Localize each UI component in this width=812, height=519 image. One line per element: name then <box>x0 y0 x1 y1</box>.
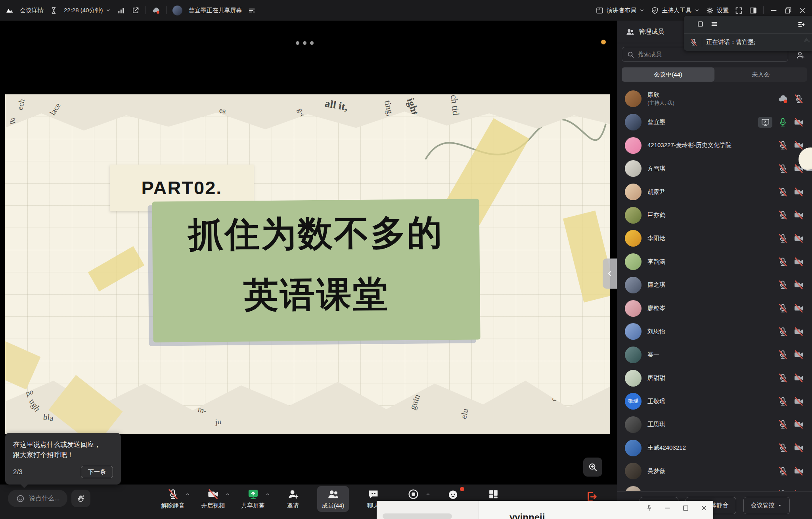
cloud-record-status[interactable] <box>152 6 160 15</box>
background-window-win-min2-button[interactable] <box>664 504 671 512</box>
member-row[interactable]: 胡露尹 <box>617 180 812 204</box>
member-row[interactable]: 吴梦薇 <box>617 460 812 483</box>
meeting-timer[interactable]: 22:28 (40分钟) <box>64 7 111 14</box>
chevron-up-icon[interactable] <box>185 492 190 497</box>
share-list[interactable] <box>248 6 256 15</box>
cam-off-icon[interactable] <box>793 257 804 267</box>
tooltip-next-button[interactable]: 下一条 <box>81 466 113 478</box>
cam-off-icon[interactable] <box>793 396 804 407</box>
cam-off-icon[interactable] <box>793 233 804 244</box>
mic-off-icon[interactable] <box>778 210 788 220</box>
window-restore[interactable] <box>784 6 792 15</box>
sharing-status[interactable]: 曹宜墨正在共享屏幕 <box>188 7 242 14</box>
newspaper-fragment: elu <box>459 408 471 419</box>
chevron-up-icon[interactable] <box>225 492 230 497</box>
network-signal[interactable] <box>117 6 125 15</box>
member-row[interactable]: 刘思怡 <box>617 320 812 343</box>
cam-off-icon[interactable] <box>793 140 804 151</box>
member-tab-0[interactable]: 会议中(44) <box>622 67 714 82</box>
member-row[interactable] <box>617 483 812 492</box>
member-row[interactable]: 唐甜甜 <box>617 366 812 390</box>
member-row[interactable]: 王思琪 <box>617 413 812 437</box>
mic-off-icon[interactable] <box>778 419 788 430</box>
share-screen-button[interactable]: 共享屏幕 <box>237 486 269 512</box>
cam-off-icon[interactable] <box>793 419 804 430</box>
cam-off-icon[interactable] <box>793 466 804 477</box>
cam-off-icon[interactable] <box>793 187 804 197</box>
fullscreen-toggle[interactable] <box>735 6 743 15</box>
cam-off-icon[interactable] <box>793 280 804 290</box>
mic-off-icon[interactable] <box>778 349 788 360</box>
cam-off-icon[interactable] <box>793 326 804 337</box>
member-row[interactable]: 廖粒岑 <box>617 297 812 320</box>
cam-off-icon[interactable] <box>793 349 804 360</box>
mic-off-icon[interactable] <box>778 466 788 477</box>
member-row[interactable]: 敬瑶 王敬瑶 <box>617 390 812 413</box>
widget-collapse-button[interactable] <box>797 20 806 29</box>
member-row[interactable]: 廉之琪 <box>617 274 812 297</box>
panel-footer-label: 会议管控 <box>751 502 775 509</box>
member-row[interactable]: 巨亦鹤 <box>617 203 812 227</box>
sharer-avatar[interactable] <box>172 6 182 15</box>
chevron-up-icon[interactable] <box>265 492 270 497</box>
zoom-in-button[interactable] <box>583 458 602 477</box>
member-row[interactable]: 王威42403212 <box>617 436 812 460</box>
mic-off-icon[interactable] <box>778 442 788 453</box>
sharing-chip[interactable] <box>758 117 772 128</box>
member-row[interactable]: 曹宜墨 <box>617 111 812 134</box>
cam-off-icon[interactable] <box>793 303 804 314</box>
collapse-panel-tab[interactable] <box>603 259 617 289</box>
mic-off-icon[interactable] <box>778 257 788 267</box>
widget-square-button[interactable] <box>697 20 704 29</box>
mic-off-icon[interactable] <box>778 163 788 174</box>
host-tools[interactable]: 主持人工具 <box>651 6 700 15</box>
mic-off-icon[interactable] <box>778 303 788 314</box>
mic-off-icon[interactable] <box>778 396 788 407</box>
cam-off-icon[interactable] <box>793 210 804 220</box>
background-window-pin-button[interactable] <box>645 504 653 512</box>
mic-off-icon[interactable] <box>778 140 788 151</box>
member-row[interactable]: 幂一 <box>617 343 812 367</box>
timer-icon[interactable] <box>50 6 58 15</box>
window-minimize[interactable] <box>770 6 778 15</box>
background-window-win-close2-button[interactable] <box>700 504 708 512</box>
window-close[interactable] <box>798 6 806 15</box>
sidebar-toggle[interactable] <box>749 6 757 15</box>
chevron-up-icon[interactable] <box>425 492 431 497</box>
widget-hamburger-button[interactable] <box>710 20 718 29</box>
settings[interactable]: 设置 <box>706 6 729 15</box>
background-window-win-max-button[interactable] <box>682 504 689 512</box>
member-row[interactable]: 李阳焓 <box>617 227 812 250</box>
quick-chat-input[interactable]: 说点什么... <box>8 490 67 507</box>
mic-off-icon[interactable] <box>793 94 804 104</box>
app-logo[interactable] <box>6 6 14 15</box>
member-tab-1[interactable]: 未入会 <box>714 67 807 82</box>
mic-off-icon[interactable] <box>778 233 788 244</box>
mic-on-icon[interactable] <box>778 117 788 128</box>
layout-selector[interactable]: 演讲者布局 <box>596 6 645 15</box>
member-row[interactable]: 李韵涵 <box>617 250 812 274</box>
mic-off-icon[interactable] <box>778 326 788 337</box>
cloud-dot-sm-icon[interactable] <box>778 94 788 104</box>
more-options-dots[interactable] <box>296 41 314 45</box>
panel-footer-button-2[interactable]: 会议管控 <box>743 497 790 514</box>
meeting-details[interactable]: 会议详情 <box>20 7 44 14</box>
mic-off-icon[interactable] <box>778 373 788 383</box>
mic-off-icon[interactable] <box>778 280 788 290</box>
background-app-window[interactable]: yyinneii <box>377 501 713 519</box>
members-button[interactable]: 成员(44) <box>317 486 349 512</box>
hourglass-icon <box>50 6 58 15</box>
cam-off-icon[interactable] <box>793 117 804 128</box>
member-row[interactable]: 方雪琪 <box>617 157 812 180</box>
start-video-button[interactable]: 开启视频 <box>197 486 229 512</box>
member-list: 康欣 (主持人, 我) 曹宜墨 42103227-麦玲彬-历史文化学院 方雪琪 … <box>617 87 812 492</box>
invite-button[interactable]: 邀请 <box>277 486 309 512</box>
mic-off-icon[interactable] <box>778 187 788 197</box>
open-external[interactable] <box>131 6 140 15</box>
cam-off-icon[interactable] <box>793 442 804 453</box>
raise-hand-button[interactable] <box>71 490 90 507</box>
cam-off-icon[interactable] <box>793 373 804 383</box>
member-row[interactable]: 康欣 (主持人, 我) <box>617 87 812 111</box>
unmute-button[interactable]: 解除静音 <box>157 486 189 512</box>
member-row[interactable]: 42103227-麦玲彬-历史文化学院 <box>617 134 812 157</box>
